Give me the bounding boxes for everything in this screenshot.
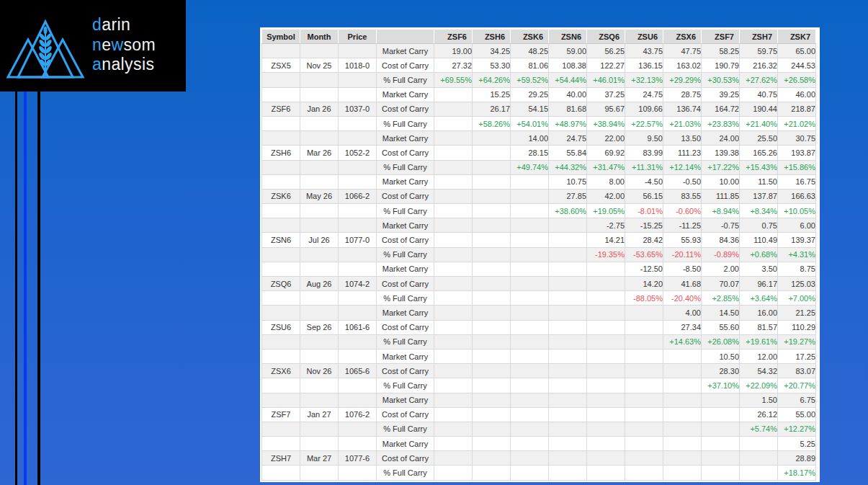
- value-cell: [663, 349, 702, 363]
- value-cell: +12.27%: [778, 422, 816, 436]
- value-cell: [587, 407, 625, 422]
- table-row: % Full Carry+49.74%+44.32%+31.47%+11.31%…: [262, 160, 816, 174]
- column-header: ZSQ6: [587, 30, 625, 44]
- value-cell: [511, 218, 549, 233]
- row-label-cell: Market Carry: [377, 87, 434, 102]
- value-cell: 190.44: [740, 102, 778, 116]
- value-cell: 111.85: [702, 189, 740, 203]
- value-cell: 83.99: [625, 146, 663, 160]
- value-cell: -0.75: [702, 218, 740, 233]
- value-cell: [549, 437, 587, 451]
- price-cell: [339, 306, 377, 320]
- row-label-cell: % Full Carry: [377, 204, 434, 218]
- month-cell: Mar 26: [300, 146, 339, 160]
- value-cell: +12.14%: [663, 160, 702, 174]
- value-cell: 163.02: [663, 58, 702, 73]
- value-cell: 26.12: [740, 407, 778, 422]
- table-row: % Full Carry+5.74%+12.27%: [262, 422, 816, 436]
- value-cell: [473, 364, 511, 378]
- value-cell: [587, 262, 625, 276]
- table-row: % Full Carry-88.05%-20.40%+2.85%+3.64%+7…: [262, 291, 816, 306]
- symbol-cell: [262, 204, 300, 218]
- month-cell: [300, 174, 339, 189]
- value-cell: 27.32: [434, 58, 473, 73]
- value-cell: -0.50: [663, 174, 702, 189]
- price-cell: [339, 73, 377, 87]
- symbol-cell: [262, 87, 300, 102]
- value-cell: [434, 146, 473, 160]
- row-label-cell: Cost of Carry: [377, 233, 434, 247]
- value-cell: +30.53%: [702, 73, 740, 87]
- table-body: Market Carry19.0034.2548.2559.0056.2543.…: [262, 44, 816, 481]
- value-cell: 6.00: [778, 218, 816, 233]
- table-row: Market Carry14.0024.7522.009.5013.5024.0…: [262, 131, 816, 146]
- value-cell: [549, 247, 587, 262]
- value-cell: [511, 247, 549, 262]
- value-cell: -0.60%: [663, 204, 702, 218]
- value-cell: 22.00: [587, 131, 625, 146]
- value-cell: [473, 204, 511, 218]
- price-cell: [339, 44, 377, 58]
- value-cell: 43.75: [625, 44, 663, 58]
- row-label-cell: Cost of Carry: [377, 189, 434, 203]
- symbol-cell: [262, 291, 300, 306]
- value-cell: 10.75: [549, 174, 587, 189]
- value-cell: [663, 451, 702, 466]
- price-cell: [339, 247, 377, 262]
- table-row: Market Carry19.0034.2548.2559.0056.2543.…: [262, 44, 816, 58]
- value-cell: +11.31%: [625, 160, 663, 174]
- value-cell: [625, 422, 663, 436]
- value-cell: [434, 160, 473, 174]
- value-cell: 166.63: [778, 189, 816, 203]
- value-cell: +26.08%: [702, 334, 740, 349]
- value-cell: +48.97%: [549, 116, 587, 130]
- value-cell: 6.75: [778, 393, 816, 407]
- value-cell: 216.32: [740, 58, 778, 73]
- month-cell: [300, 116, 339, 130]
- month-cell: [300, 204, 339, 218]
- value-cell: +38.60%: [549, 204, 587, 218]
- month-cell: [300, 218, 339, 233]
- row-label-cell: % Full Carry: [377, 116, 434, 130]
- value-cell: 14.21: [587, 233, 625, 247]
- value-cell: [434, 364, 473, 378]
- symbol-cell: [262, 334, 300, 349]
- carry-table-container: SymbolMonthPriceZSF6ZSH6ZSK6ZSN6ZSQ6ZSU6…: [260, 27, 820, 482]
- value-cell: [549, 262, 587, 276]
- symbol-cell: [262, 218, 300, 233]
- price-cell: 1066-2: [339, 189, 377, 203]
- value-cell: [473, 131, 511, 146]
- row-label-cell: % Full Carry: [377, 422, 434, 436]
- value-cell: [702, 451, 740, 466]
- month-cell: May 26: [300, 189, 339, 203]
- logo-text: darinnewsomanalysis: [92, 15, 156, 75]
- column-header: ZSH7: [740, 30, 778, 44]
- value-cell: +46.01%: [587, 73, 625, 87]
- value-cell: [473, 247, 511, 262]
- value-cell: [434, 87, 473, 102]
- value-cell: 15.25: [473, 87, 511, 102]
- value-cell: [473, 334, 511, 349]
- value-cell: [587, 437, 625, 451]
- value-cell: 56.15: [625, 189, 663, 203]
- month-cell: Nov 26: [300, 364, 339, 378]
- value-cell: +7.00%: [778, 291, 816, 306]
- value-cell: [511, 204, 549, 218]
- table-row: Market Carry10.5012.0017.25: [262, 349, 816, 363]
- price-cell: 1074-2: [339, 277, 377, 291]
- column-header: ZSX6: [663, 30, 702, 44]
- value-cell: [549, 422, 587, 436]
- value-cell: 28.15: [511, 146, 549, 160]
- month-cell: [300, 291, 339, 306]
- value-cell: [549, 218, 587, 233]
- value-cell: +49.74%: [511, 160, 549, 174]
- table-row: Market Carry15.2529.2540.0037.2524.7528.…: [262, 87, 816, 102]
- price-cell: 1076-2: [339, 407, 377, 422]
- value-cell: 48.25: [511, 44, 549, 58]
- value-cell: [625, 393, 663, 407]
- month-cell: [300, 73, 339, 87]
- symbol-cell: [262, 174, 300, 189]
- value-cell: -20.11%: [663, 247, 702, 262]
- value-cell: 10.50: [702, 349, 740, 363]
- month-cell: [300, 247, 339, 262]
